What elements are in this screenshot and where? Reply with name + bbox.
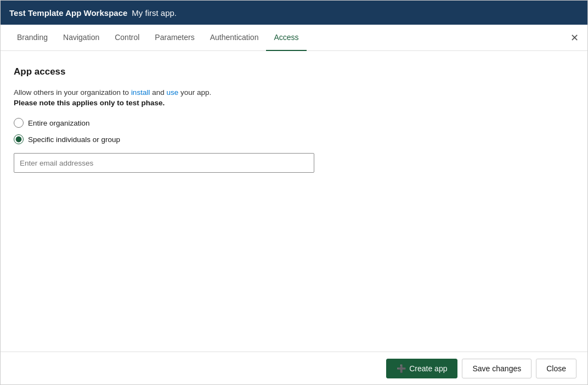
header-subtitle: My first app.	[132, 8, 177, 18]
tab-branding-label: Branding	[17, 33, 48, 42]
access-radio-group: Entire organization Specific individuals…	[14, 118, 574, 144]
create-app-button[interactable]: ➕ Create app	[386, 359, 457, 378]
main-content: App access Allow others in your organiza…	[1, 51, 587, 352]
radio-entire-org[interactable]: Entire organization	[14, 118, 574, 128]
save-changes-label: Save changes	[472, 364, 521, 373]
description-text: Allow others in your organization to ins…	[14, 88, 574, 97]
section-title: App access	[14, 66, 574, 77]
radio-specific-input[interactable]	[14, 134, 24, 144]
save-changes-button[interactable]: Save changes	[462, 359, 532, 378]
tab-access-label: Access	[274, 33, 298, 42]
email-input[interactable]	[14, 153, 314, 173]
close-button[interactable]: Close	[536, 359, 576, 378]
tab-access[interactable]: Access	[266, 25, 306, 51]
app-header: Test Template App Workspace My first app…	[1, 1, 587, 25]
description-note: Please note this applies only to test ph…	[14, 99, 574, 107]
tab-control-label: Control	[115, 33, 139, 42]
tab-parameters-label: Parameters	[155, 33, 194, 42]
create-app-label: Create app	[409, 364, 447, 373]
tab-authentication-label: Authentication	[210, 33, 259, 42]
close-label: Close	[546, 364, 566, 373]
tab-navigation-label: Navigation	[63, 33, 99, 42]
tab-authentication[interactable]: Authentication	[202, 25, 267, 51]
radio-specific-label: Specific individuals or group	[28, 135, 120, 144]
radio-specific-individuals[interactable]: Specific individuals or group	[14, 134, 574, 144]
footer: ➕ Create app Save changes Close	[1, 352, 587, 384]
tab-control[interactable]: Control	[107, 25, 147, 51]
tab-bar: Branding Navigation Control Parameters A…	[1, 25, 587, 51]
app-window: Test Template App Workspace My first app…	[0, 0, 588, 385]
tab-parameters[interactable]: Parameters	[147, 25, 202, 51]
tab-navigation[interactable]: Navigation	[55, 25, 107, 51]
create-app-icon: ➕	[397, 364, 406, 373]
tab-branding[interactable]: Branding	[9, 25, 55, 51]
radio-entire-org-input[interactable]	[14, 118, 24, 128]
close-icon[interactable]: ✕	[570, 33, 579, 43]
use-link[interactable]: use	[166, 88, 178, 97]
install-link[interactable]: install	[131, 88, 150, 97]
header-title: Test Template App Workspace	[9, 8, 127, 18]
radio-entire-org-label: Entire organization	[28, 119, 90, 127]
